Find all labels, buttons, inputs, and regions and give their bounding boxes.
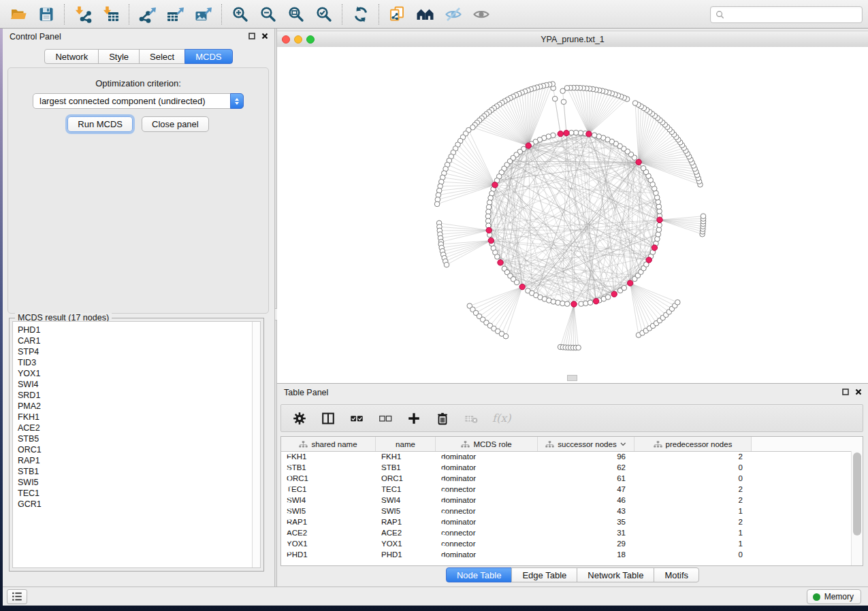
mcds-result-item[interactable]: SWI5 <box>18 477 260 488</box>
select-all-icon <box>349 411 364 426</box>
panel-splitter-grip[interactable] <box>567 375 577 381</box>
import-table-icon <box>102 5 120 23</box>
maximize-window-light[interactable] <box>306 35 315 44</box>
list-menu-icon <box>11 591 23 603</box>
close-window-light[interactable] <box>282 35 290 44</box>
zoom-out-button[interactable] <box>254 3 282 26</box>
cell-shared-name: YOX1 <box>281 540 376 548</box>
hide-selected-icon <box>445 5 462 23</box>
zoom-selected-button[interactable] <box>310 3 338 26</box>
export-table-button[interactable] <box>161 3 189 26</box>
hide-selected-button[interactable] <box>439 3 467 26</box>
delete-column-icon <box>435 411 450 426</box>
table-row[interactable]: SWI4SWI4dominator462 <box>281 495 852 506</box>
close-panel-icon[interactable] <box>261 33 268 39</box>
table-row[interactable]: RAP1RAP1dominator352 <box>281 516 852 527</box>
mcds-result-item[interactable]: STB5 <box>18 433 260 444</box>
control-panel-tabs: NetworkStyleSelectMCDS <box>3 49 274 64</box>
mcds-result-item[interactable]: PHD1 <box>18 325 260 335</box>
function-builder-icon: f(x) <box>492 412 511 425</box>
mcds-result-item[interactable]: STP4 <box>18 346 260 357</box>
mcds-result-item[interactable]: ORC1 <box>18 444 260 455</box>
delete-column-button[interactable] <box>435 411 450 426</box>
mcds-list-scrollbar[interactable] <box>252 322 260 567</box>
table-row[interactable]: SWI5SWI5connector431 <box>281 506 852 516</box>
mcds-result-item[interactable]: RAP1 <box>18 455 260 466</box>
optimization-criterion-select[interactable]: largest connected component (undirected) <box>33 93 244 109</box>
import-table-button[interactable] <box>97 3 125 26</box>
select-all-button[interactable] <box>349 411 364 426</box>
cell-successor-nodes: 35 <box>538 518 634 526</box>
column-header-mcds-role[interactable]: MCDS role <box>436 437 538 451</box>
add-column-button[interactable] <box>406 411 421 426</box>
deselect-all-button[interactable] <box>378 411 393 426</box>
close-panel-button[interactable]: Close panel <box>142 116 209 132</box>
cell-shared-name: RAP1 <box>281 518 376 526</box>
table-row[interactable]: ORC1ORC1dominator610 <box>281 473 852 484</box>
mcds-result-item[interactable]: CAR1 <box>18 335 260 346</box>
mcds-result-item[interactable]: SWI4 <box>18 379 260 390</box>
tab-edge-table[interactable]: Edge Table <box>511 567 577 582</box>
deselect-all-icon <box>378 411 393 426</box>
minimize-window-light[interactable] <box>294 35 302 44</box>
toolbar-separator <box>342 4 342 24</box>
column-header-predecessor-nodes[interactable]: predecessor nodes <box>634 437 752 451</box>
search-input[interactable] <box>726 10 862 20</box>
zoom-fit-button[interactable] <box>282 3 310 26</box>
mcds-result-item[interactable]: GCR1 <box>18 499 260 510</box>
float-panel-icon[interactable] <box>248 33 255 39</box>
export-image-button[interactable] <box>189 3 217 26</box>
mcds-result-item[interactable]: STB1 <box>18 466 260 477</box>
settings-gear-button[interactable] <box>292 411 307 426</box>
import-network-button[interactable] <box>69 3 97 26</box>
tab-node-table[interactable]: Node Table <box>446 567 513 582</box>
zoom-in-button[interactable] <box>226 3 254 26</box>
table-row[interactable]: STB1STB1dominator620 <box>281 462 852 473</box>
table-row[interactable]: FKH1FKH1dominator962 <box>281 451 852 462</box>
table-panel: Table Panel f(x) shared namenameMCDS rol… <box>277 383 868 587</box>
export-network-button[interactable] <box>133 3 161 26</box>
mcds-result-item[interactable]: SRD1 <box>18 390 260 401</box>
column-header-successor-nodes[interactable]: successor nodes <box>538 437 634 451</box>
mcds-result-item[interactable]: FKH1 <box>18 412 260 423</box>
mcds-result-item[interactable]: ACE2 <box>18 423 260 433</box>
table-row[interactable]: YOX1YOX1connector291 <box>281 538 852 549</box>
float-table-panel-icon[interactable] <box>842 389 849 395</box>
table-row[interactable]: TEC1TEC1connector472 <box>281 484 852 495</box>
close-table-panel-icon[interactable] <box>855 389 862 395</box>
first-neighbors-button[interactable] <box>411 3 439 26</box>
toolbar-separator <box>221 4 222 24</box>
cell-name: ORC1 <box>376 474 436 482</box>
save-session-button[interactable] <box>32 3 60 26</box>
refresh-button[interactable] <box>347 3 374 26</box>
tab-style[interactable]: Style <box>98 49 140 64</box>
run-mcds-button[interactable]: Run MCDS <box>67 116 133 132</box>
open-file-button[interactable] <box>4 3 32 26</box>
table-toolbar: f(x) <box>280 404 863 432</box>
cell-successor-nodes: 96 <box>538 452 634 461</box>
table-panel-title: Table Panel <box>284 388 328 397</box>
show-all-button[interactable] <box>467 3 495 26</box>
tab-motifs[interactable]: Motifs <box>654 567 699 582</box>
clone-network-button[interactable] <box>383 3 411 26</box>
column-header-name[interactable]: name <box>376 437 436 451</box>
automation-panel-button[interactable] <box>7 589 27 604</box>
toggle-columns-button[interactable] <box>321 411 336 426</box>
column-header-shared-name[interactable]: shared name <box>281 437 376 451</box>
mcds-result-item[interactable]: PMA2 <box>18 401 260 412</box>
mcds-result-item[interactable]: YOX1 <box>18 368 260 379</box>
tab-select[interactable]: Select <box>139 49 185 64</box>
tab-network-table[interactable]: Network Table <box>577 567 654 582</box>
table-scrollbar-thumb[interactable] <box>853 452 861 535</box>
table-row[interactable]: ACE2ACE2connector311 <box>281 527 852 538</box>
save-session-icon <box>37 5 55 23</box>
table-panel-header: Table Panel <box>277 384 868 401</box>
tab-mcds[interactable]: MCDS <box>184 49 232 64</box>
mcds-result-item[interactable]: TID3 <box>18 357 260 368</box>
mcds-result-item[interactable]: TEC1 <box>18 488 260 499</box>
network-canvas[interactable] <box>277 47 868 383</box>
memory-button[interactable]: Memory <box>807 589 861 604</box>
table-body: FKH1FKH1dominator962STB1STB1dominator620… <box>281 451 852 565</box>
tab-network[interactable]: Network <box>44 49 99 64</box>
table-row[interactable]: PHD1PHD1dominator180 <box>281 549 852 560</box>
